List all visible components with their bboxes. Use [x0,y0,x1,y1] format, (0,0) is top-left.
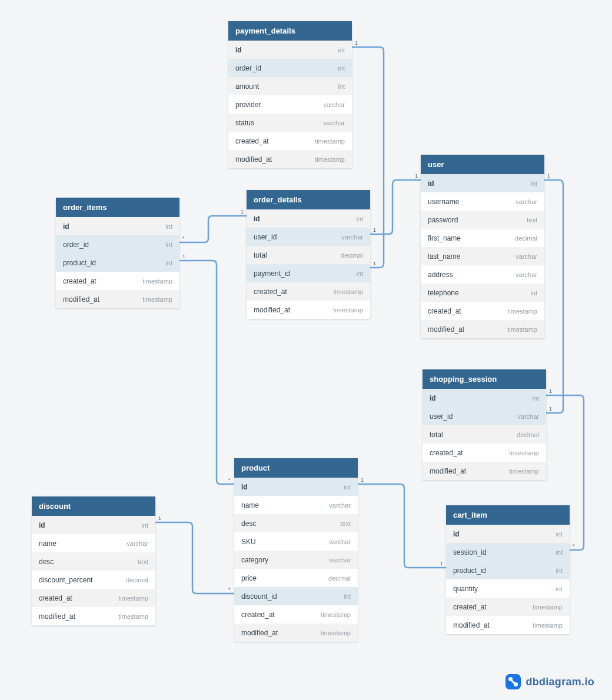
column-row[interactable]: desctext [234,514,358,532]
column-row[interactable]: idint [247,209,370,228]
table-order_details[interactable]: order_detailsidintuser_idvarchartotaldec… [247,190,370,319]
column-row[interactable]: created_attimestamp [56,272,179,290]
table-payment_details[interactable]: payment_detailsidintorder_idintamountint… [228,21,352,168]
column-row[interactable]: idint [56,217,179,235]
column-row[interactable]: created_attimestamp [446,598,570,616]
table-user[interactable]: useridintusernamevarcharpasswordtextfirs… [421,155,544,338]
column-row[interactable]: created_attimestamp [234,605,358,624]
column-type: int [356,215,363,222]
column-type: int [165,241,172,248]
column-row[interactable]: idint [423,389,546,407]
column-name: SKU [241,538,256,546]
column-row[interactable]: namevarchar [234,496,358,514]
column-row[interactable]: payment_idint [247,264,370,282]
column-type: timestamp [533,622,563,629]
column-row[interactable]: modified_attimestamp [234,624,358,642]
column-row[interactable]: modified_attimestamp [423,462,546,480]
column-row[interactable]: modified_attimestamp [421,320,544,338]
column-row[interactable]: session_idint [446,543,570,561]
column-row[interactable]: amountint [228,77,352,95]
column-row[interactable]: created_attimestamp [32,589,155,607]
column-name: created_at [428,307,461,315]
table-cart_item[interactable]: cart_itemidintsession_idintproduct_idint… [446,505,570,634]
table-header[interactable]: discount [32,496,155,516]
table-header[interactable]: shopping_session [423,369,546,389]
column-name: first_name [428,234,461,242]
column-type: varchar [515,271,537,278]
column-row[interactable]: totaldecimal [423,425,546,444]
column-row[interactable]: user_idvarchar [247,228,370,246]
column-row[interactable]: SKUvarchar [234,532,358,551]
column-row[interactable]: discount_idint [234,587,358,605]
column-row[interactable]: idint [228,41,352,59]
column-row[interactable]: providervarchar [228,95,352,114]
column-row[interactable]: addressvarchar [421,265,544,284]
column-row[interactable]: created_attimestamp [247,282,370,301]
column-row[interactable]: product_idint [56,254,179,272]
column-type: int [165,223,172,230]
table-shopping_session[interactable]: shopping_sessionidintuser_idvarchartotal… [423,369,546,480]
column-type: timestamp [507,308,537,315]
column-row[interactable]: order_idint [56,235,179,254]
column-name: modified_at [428,325,464,334]
cardinality-label: 1 [373,227,376,233]
column-row[interactable]: idint [32,516,155,534]
column-row[interactable]: user_idvarchar [423,407,546,425]
column-row[interactable]: modified_attimestamp [56,290,179,308]
column-row[interactable]: idint [234,478,358,496]
column-row[interactable]: discount_percentdecimal [32,571,155,589]
table-header[interactable]: user [421,155,544,174]
table-header[interactable]: payment_details [228,21,352,41]
cardinality-label: 1 [355,40,358,46]
column-type: int [141,522,148,529]
column-row[interactable]: telephoneint [421,284,544,302]
column-type: int [556,585,563,592]
column-name: modified_at [241,629,278,637]
table-header[interactable]: product [234,458,358,478]
cardinality-label: 1 [415,173,418,179]
column-type: timestamp [507,326,537,333]
column-row[interactable]: statusvarchar [228,114,352,132]
cardinality-label: * [182,235,185,241]
column-row[interactable]: last_namevarchar [421,247,544,265]
table-header[interactable]: cart_item [446,505,570,525]
column-row[interactable]: order_idint [228,59,352,77]
column-row[interactable]: pricedecimal [234,569,358,587]
column-row[interactable]: passwordtext [421,211,544,229]
table-header[interactable]: order_items [56,198,179,217]
column-row[interactable]: product_idint [446,561,570,579]
column-row[interactable]: modified_attimestamp [247,301,370,319]
column-row[interactable]: modified_attimestamp [32,607,155,625]
column-row[interactable]: desctext [32,552,155,571]
column-row[interactable]: categoryvarchar [234,551,358,569]
cardinality-label: 1 [158,515,161,521]
column-name: total [430,431,443,439]
column-name: created_at [453,603,487,611]
column-row[interactable]: totaldecimal [247,246,370,264]
column-name: modified_at [63,295,99,304]
column-name: created_at [254,288,287,296]
table-order_items[interactable]: order_itemsidintorder_idintproduct_idint… [56,198,179,308]
column-type: varchar [323,101,345,108]
column-row[interactable]: created_attimestamp [421,302,544,320]
column-row[interactable]: modified_attimestamp [228,150,352,168]
column-row[interactable]: created_attimestamp [228,132,352,150]
table-discount[interactable]: discountidintnamevarchardesctextdiscount… [32,496,155,625]
column-row[interactable]: quantityint [446,579,570,598]
column-row[interactable]: created_attimestamp [423,444,546,462]
column-type: int [338,65,345,72]
column-type: int [338,46,345,54]
table-header[interactable]: order_details [247,190,370,209]
column-row[interactable]: idint [446,525,570,543]
column-name: id [453,530,460,538]
column-row[interactable]: first_namedecimal [421,229,544,247]
column-row[interactable]: idint [421,174,544,192]
column-name: total [254,251,267,259]
column-row[interactable]: usernamevarchar [421,192,544,211]
column-row[interactable]: namevarchar [32,534,155,552]
column-row[interactable]: modified_attimestamp [446,616,570,634]
column-type: timestamp [333,306,363,314]
table-product[interactable]: productidintnamevarchardesctextSKUvarcha… [234,458,358,642]
column-type: decimal [341,252,363,259]
cardinality-label: * [573,543,575,549]
